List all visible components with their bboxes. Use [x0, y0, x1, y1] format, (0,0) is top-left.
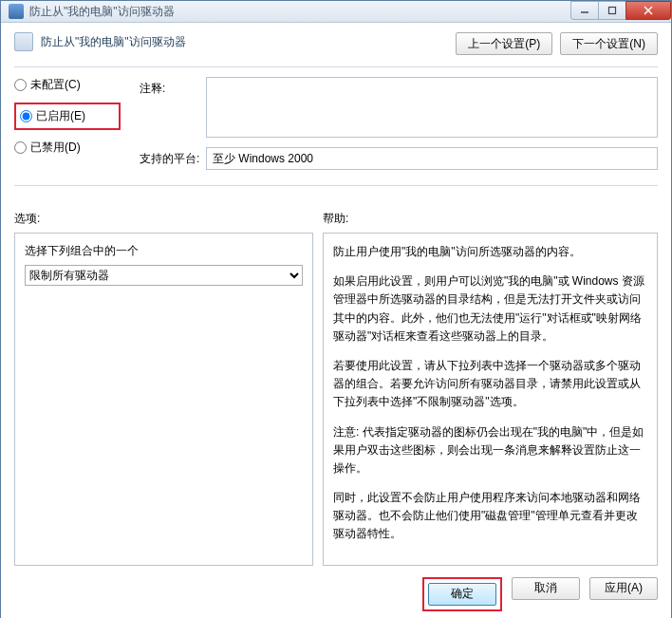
combo-label: 选择下列组合中的一个 [25, 243, 303, 259]
help-text: 若要使用此设置，请从下拉列表中选择一个驱动器或多个驱动器的组合。若要允许访问所有… [333, 357, 647, 412]
radio-enabled[interactable]: 已启用(E) [20, 108, 119, 124]
divider-2 [14, 185, 658, 186]
help-label: 帮助: [323, 211, 348, 227]
radio-enabled-input[interactable] [20, 110, 32, 122]
config-area: 未配置(C) 已启用(E) 已禁用(D) 注释: [14, 77, 658, 179]
next-setting-button[interactable]: 下一个设置(N) [560, 32, 658, 55]
apply-button[interactable]: 应用(A) [589, 577, 658, 600]
header-row: 防止从"我的电脑"访问驱动器 上一个设置(P) 下一个设置(N) [14, 32, 658, 55]
radio-not-configured[interactable]: 未配置(C) [14, 77, 121, 93]
drive-combo[interactable]: 限制所有驱动器 [25, 265, 303, 286]
help-panel[interactable]: 防止用户使用"我的电脑"访问所选驱动器的内容。 如果启用此设置，则用户可以浏览"… [323, 233, 658, 566]
svg-rect-1 [609, 8, 616, 14]
radio-not-configured-label: 未配置(C) [30, 77, 81, 93]
titlebar[interactable]: 防止从"我的电脑"访问驱动器 [1, 1, 671, 23]
panels: 选择下列组合中的一个 限制所有驱动器 防止用户使用"我的电脑"访问所选驱动器的内… [14, 233, 658, 566]
radio-disabled-input[interactable] [14, 141, 27, 154]
ok-button[interactable]: 确定 [428, 583, 496, 606]
fields-column: 注释: 支持的平台: 至少 Windows 2000 [140, 77, 658, 179]
maximize-button[interactable] [598, 1, 626, 20]
nav-buttons: 上一个设置(P) 下一个设置(N) [456, 32, 658, 55]
comment-input[interactable] [206, 77, 658, 138]
close-button[interactable] [625, 1, 671, 20]
help-text: 如果启用此设置，则用户可以浏览"我的电脑"或 Windows 资源管理器中所选驱… [333, 272, 647, 346]
window: 防止从"我的电脑"访问驱动器 防止从"我的电脑"访问驱动器 上一个设置(P) 下… [0, 0, 672, 618]
options-panel: 选择下列组合中的一个 限制所有驱动器 [14, 233, 313, 566]
policy-icon [14, 32, 33, 51]
radio-not-configured-input[interactable] [14, 79, 27, 91]
prev-setting-button[interactable]: 上一个设置(P) [456, 32, 552, 55]
cancel-button[interactable]: 取消 [512, 577, 580, 600]
help-text: 防止用户使用"我的电脑"访问所选驱动器的内容。 [333, 243, 647, 261]
ok-highlight: 确定 [422, 577, 502, 611]
section-labels: 选项: 帮助: [14, 211, 658, 227]
app-icon [9, 4, 24, 19]
footer: 确定 取消 应用(A) [14, 566, 658, 611]
radio-column: 未配置(C) 已启用(E) 已禁用(D) [14, 77, 121, 179]
comment-label: 注释: [140, 77, 206, 138]
page-title: 防止从"我的电脑"访问驱动器 [41, 32, 456, 50]
platform-row: 支持的平台: 至少 Windows 2000 [140, 147, 658, 170]
options-label: 选项: [14, 211, 323, 227]
window-title: 防止从"我的电脑"访问驱动器 [29, 4, 571, 20]
help-text: 同时，此设置不会防止用户使用程序来访问本地驱动器和网络驱动器。也不会防止他们使用… [333, 489, 647, 544]
content-area: 防止从"我的电脑"访问驱动器 上一个设置(P) 下一个设置(N) 未配置(C) … [1, 23, 671, 618]
platform-label: 支持的平台: [140, 147, 206, 170]
window-controls [571, 1, 671, 22]
radio-disabled-label: 已禁用(D) [30, 140, 81, 156]
comment-row: 注释: [140, 77, 658, 138]
radio-enabled-label: 已启用(E) [36, 108, 85, 124]
platform-value: 至少 Windows 2000 [206, 147, 658, 170]
help-text: 注意: 代表指定驱动器的图标仍会出现在"我的电脑"中，但是如果用户双击这些图标，… [333, 423, 647, 478]
divider [14, 66, 658, 67]
radio-disabled[interactable]: 已禁用(D) [14, 140, 121, 156]
minimize-button[interactable] [570, 1, 599, 20]
radio-enabled-highlight: 已启用(E) [14, 103, 121, 130]
